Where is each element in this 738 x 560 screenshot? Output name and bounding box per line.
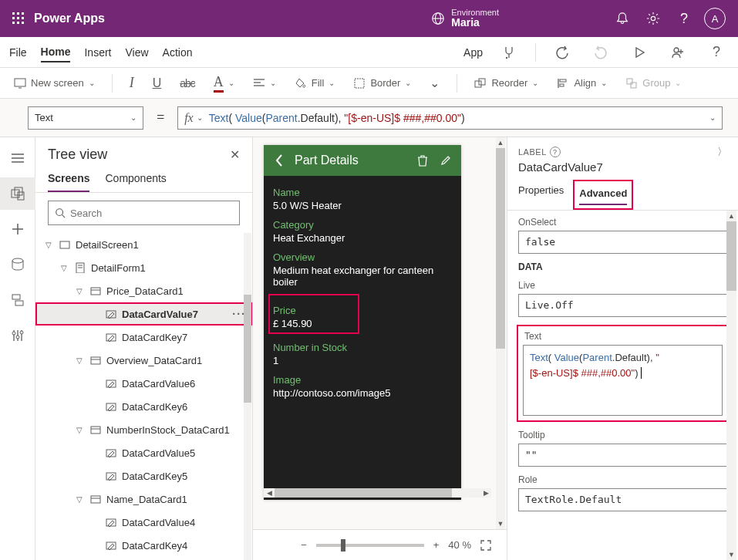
play-icon[interactable] bbox=[627, 40, 652, 65]
app-checker-icon[interactable] bbox=[497, 40, 521, 65]
menu-help-icon[interactable]: ? bbox=[704, 40, 729, 65]
tree-node-DetailForm1[interactable]: ▽DetailForm1 bbox=[35, 256, 252, 279]
tree-node-DetailScreen1[interactable]: ▽DetailScreen1 bbox=[35, 233, 252, 256]
account-avatar[interactable]: A bbox=[699, 0, 730, 37]
field-value[interactable]: Heat Exchanger bbox=[273, 232, 452, 244]
environment-picker[interactable]: Environment Maria bbox=[431, 8, 499, 29]
menu-view[interactable]: View bbox=[125, 43, 148, 62]
props-scrollbar[interactable]: ▲ ▼ bbox=[726, 211, 738, 560]
menu-home[interactable]: Home bbox=[41, 42, 71, 62]
canvas-h-scrollbar[interactable]: ◀ ▶ bbox=[264, 487, 491, 498]
tooltip-input[interactable]: "" bbox=[518, 444, 727, 467]
help-icon[interactable]: ? bbox=[669, 0, 699, 37]
tab-advanced[interactable]: Advanced bbox=[579, 183, 627, 205]
tree-close-icon[interactable]: ✕ bbox=[230, 147, 240, 162]
svg-rect-37 bbox=[12, 295, 20, 299]
svg-rect-15 bbox=[15, 79, 25, 86]
field-label: Category bbox=[273, 219, 452, 231]
help-circle-icon[interactable]: ? bbox=[550, 147, 561, 157]
text-align-button[interactable]: ⌄ bbox=[248, 75, 281, 92]
zoom-out-button[interactable]: − bbox=[298, 539, 310, 551]
field-value[interactable]: 5.0 W/S Heater bbox=[273, 200, 452, 211]
svg-point-14 bbox=[674, 48, 679, 52]
zoom-slider[interactable] bbox=[316, 544, 424, 547]
font-color-button[interactable]: A⌄ bbox=[209, 71, 239, 96]
group-button[interactable]: Group⌄ bbox=[621, 74, 686, 93]
tree-node-DataCardKey6[interactable]: DataCardKey6 bbox=[35, 395, 252, 418]
tree-search-input[interactable] bbox=[70, 207, 233, 219]
tree-node-DataCardKey5[interactable]: DataCardKey5 bbox=[35, 464, 252, 487]
field-label: Image bbox=[273, 374, 452, 386]
svg-rect-24 bbox=[560, 79, 566, 82]
notifications-icon[interactable] bbox=[607, 0, 638, 37]
svg-rect-20 bbox=[355, 79, 364, 88]
menu-app[interactable]: App bbox=[463, 43, 483, 62]
tree-node-DataCardValue5[interactable]: DataCardValue5 bbox=[35, 441, 252, 464]
field-value[interactable]: 1 bbox=[273, 355, 452, 366]
reorder-button[interactable]: Reorder⌄ bbox=[470, 74, 543, 93]
formula-input[interactable]: fx⌄ Text( Value(Parent.Default), "[$-en-… bbox=[177, 106, 723, 130]
card-icon bbox=[89, 493, 102, 505]
tree-node-DataCardKey4[interactable]: DataCardKey4 bbox=[35, 534, 252, 557]
tree-scrollbar[interactable] bbox=[244, 233, 251, 560]
onselect-input[interactable]: false bbox=[518, 231, 727, 254]
fit-to-screen-icon[interactable] bbox=[477, 540, 494, 551]
menu-insert[interactable]: Insert bbox=[84, 43, 111, 62]
live-input[interactable]: Live.Off bbox=[518, 294, 727, 317]
tree-node-DataCardKey7[interactable]: DataCardKey7 bbox=[35, 326, 252, 349]
align-button[interactable]: Align⌄ bbox=[552, 74, 612, 93]
tab-properties[interactable]: Properties bbox=[518, 180, 564, 210]
underline-button[interactable]: U bbox=[148, 73, 167, 93]
edit-icon[interactable] bbox=[438, 153, 453, 168]
zoom-in-button[interactable]: + bbox=[430, 539, 443, 551]
main-area: Tree view ✕ Screens Components ▽DetailSc… bbox=[0, 137, 738, 560]
svg-rect-25 bbox=[560, 84, 564, 86]
tree-node-DataCardValue6[interactable]: DataCardValue6 bbox=[35, 372, 252, 395]
props-collapse-icon[interactable]: 〉 bbox=[717, 145, 727, 159]
border-button[interactable]: Border⌄ bbox=[349, 74, 416, 93]
svg-line-46 bbox=[62, 215, 66, 218]
tree-node-Overview_DataCard1[interactable]: ▽Overview_DataCard1 bbox=[35, 349, 252, 372]
redo-icon[interactable] bbox=[588, 40, 613, 65]
new-screen-button[interactable]: New screen ⌄ bbox=[9, 74, 99, 93]
field-value-price[interactable]: £ 145.90 bbox=[273, 318, 355, 329]
delete-icon[interactable] bbox=[415, 153, 430, 168]
canvas-v-scrollbar[interactable]: ▲ ▼ bbox=[494, 137, 507, 529]
tree-node-Name_DataCard1[interactable]: ▽Name_DataCard1 bbox=[35, 487, 252, 511]
rail-tree-view-icon[interactable] bbox=[0, 177, 35, 210]
rail-insert-icon[interactable] bbox=[0, 213, 35, 245]
tree-tab-components[interactable]: Components bbox=[105, 166, 166, 192]
menu-file[interactable]: File bbox=[9, 43, 27, 62]
undo-icon[interactable] bbox=[550, 40, 575, 65]
menu-action[interactable]: Action bbox=[163, 43, 193, 62]
rail-data-icon[interactable] bbox=[0, 248, 35, 281]
rail-hamburger-icon[interactable] bbox=[0, 142, 35, 174]
waffle-icon[interactable] bbox=[8, 8, 29, 29]
fill-button[interactable]: Fill⌄ bbox=[290, 74, 340, 93]
field-value[interactable]: Medium heat exchanger for canteen boiler bbox=[273, 265, 452, 288]
field-value[interactable]: http://contoso.com/image5 bbox=[273, 387, 452, 399]
env-name: Maria bbox=[451, 17, 499, 29]
text-input[interactable]: Text( Value(Parent.Default), "[$-en-US]$… bbox=[523, 345, 723, 416]
phone-preview[interactable]: Part Details Name5.0 W/S HeaterCategoryH… bbox=[264, 145, 461, 500]
tree-node-Price_DataCard1[interactable]: ▽Price_DataCard1 bbox=[35, 279, 252, 302]
tree-node-NumberInStock_DataCard1[interactable]: ▽NumberInStock_DataCard1 bbox=[35, 418, 252, 441]
tree-node-label: Price_DataCard1 bbox=[106, 285, 184, 297]
settings-icon[interactable] bbox=[638, 0, 669, 37]
strikethrough-button[interactable]: abc bbox=[175, 74, 200, 93]
tree-node-label: DataCardValue5 bbox=[122, 447, 195, 459]
tree-search-box[interactable] bbox=[48, 201, 240, 225]
tree-node-DataCardValue7[interactable]: DataCardValue7··· bbox=[35, 302, 252, 326]
role-input[interactable]: TextRole.Default bbox=[518, 488, 727, 511]
tree-node-DataCardValue4[interactable]: DataCardValue4 bbox=[35, 511, 252, 534]
format-dropdown-button[interactable]: ⌄ bbox=[425, 73, 444, 93]
share-icon[interactable] bbox=[666, 40, 690, 65]
rail-media-icon[interactable] bbox=[0, 284, 35, 316]
property-dropdown[interactable]: Text ⌄ bbox=[28, 106, 143, 130]
italic-button[interactable]: I bbox=[125, 72, 139, 94]
rail-advanced-tools-icon[interactable] bbox=[0, 319, 35, 352]
svg-point-42 bbox=[12, 332, 15, 335]
back-icon[interactable] bbox=[271, 153, 287, 168]
canvas-scroll[interactable]: Part Details Name5.0 W/S HeaterCategoryH… bbox=[253, 137, 507, 529]
tree-tab-screens[interactable]: Screens bbox=[48, 166, 89, 192]
